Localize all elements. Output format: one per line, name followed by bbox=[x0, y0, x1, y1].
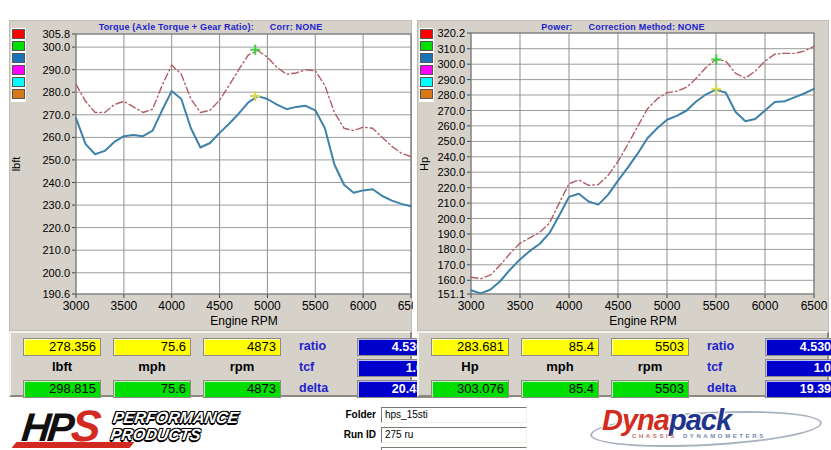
svg-text:280.0: 280.0 bbox=[42, 86, 70, 98]
corrected-power-value: 303.076 bbox=[431, 380, 509, 398]
dynapack-pack-text: pack bbox=[669, 404, 731, 436]
delta-value: 19.395 bbox=[765, 380, 831, 398]
ratio-value[interactable]: 4.5300 bbox=[765, 338, 831, 356]
svg-text:5000: 5000 bbox=[654, 299, 681, 313]
svg-text:270.0: 270.0 bbox=[42, 109, 70, 121]
svg-text:220.0: 220.0 bbox=[42, 222, 70, 234]
svg-text:180.0: 180.0 bbox=[437, 243, 465, 255]
legend-color-swatch bbox=[12, 53, 25, 63]
measured-rpm-value: 5503 bbox=[611, 338, 689, 356]
speed-unit-label: mph bbox=[113, 359, 191, 377]
folder-row: Folder bbox=[334, 405, 527, 423]
corrected-rpm-value: 5503 bbox=[611, 380, 689, 398]
svg-text:5500: 5500 bbox=[703, 299, 730, 313]
svg-text:4000: 4000 bbox=[158, 299, 185, 313]
legend-color-swatch bbox=[420, 89, 433, 99]
legend-color-swatch bbox=[12, 41, 25, 51]
folder-field[interactable] bbox=[381, 407, 527, 423]
hps-products-text: PRODUCTS bbox=[110, 426, 238, 443]
svg-text:4500: 4500 bbox=[206, 299, 233, 313]
power-unit-label: Hp bbox=[431, 359, 509, 377]
hps-performance-text: PERFORMANCE bbox=[112, 409, 240, 426]
hps-logo-text: PERFORMANCE PRODUCTS bbox=[110, 409, 240, 443]
delta-label: delta bbox=[293, 380, 345, 398]
date-row: Date bbox=[334, 445, 527, 450]
dynapack-dyna-text: Dyna bbox=[602, 404, 669, 436]
run-id-field[interactable] bbox=[381, 427, 527, 443]
measured-torque-value: 278.356 bbox=[23, 338, 101, 356]
dynapack-dynamometers-text: DYNAMOMETERS bbox=[683, 433, 766, 439]
run-id-label: Run ID bbox=[334, 429, 376, 440]
corrected-rpm-value: 4873 bbox=[203, 380, 281, 398]
ratio-label: ratio bbox=[293, 338, 345, 356]
svg-text:200.0: 200.0 bbox=[437, 213, 465, 225]
svg-text:260.0: 260.0 bbox=[437, 120, 465, 132]
svg-text:280.0: 280.0 bbox=[437, 89, 465, 101]
power-plot[interactable]: 320.2310.0300.0290.0280.0270.0260.0250.0… bbox=[418, 21, 830, 332]
hps-logo-mark: HPS bbox=[19, 401, 100, 450]
svg-text:6000: 6000 bbox=[752, 299, 779, 313]
svg-text:160.0: 160.0 bbox=[437, 274, 465, 286]
svg-text:290.0: 290.0 bbox=[42, 64, 70, 76]
svg-text:170.0: 170.0 bbox=[437, 259, 465, 271]
dynapack-logo: Dynapack CHASSISDYNAMOMETERS bbox=[588, 404, 828, 446]
svg-text:3000: 3000 bbox=[458, 299, 485, 313]
svg-text:3000: 3000 bbox=[63, 299, 90, 313]
svg-text:300.0: 300.0 bbox=[437, 58, 465, 70]
tcf-value[interactable]: 1.00 bbox=[765, 359, 831, 377]
svg-text:6500: 6500 bbox=[801, 299, 828, 313]
svg-text:310.0: 310.0 bbox=[437, 43, 465, 55]
svg-text:4500: 4500 bbox=[605, 299, 632, 313]
curve-color-legend bbox=[11, 28, 26, 102]
corrected-speed-value: 85.4 bbox=[521, 380, 599, 398]
svg-text:220.0: 220.0 bbox=[437, 182, 465, 194]
torque-plot[interactable]: 305.8300.0290.0280.0270.0260.0250.0240.0… bbox=[10, 21, 413, 332]
torque-unit-label: lbft bbox=[23, 359, 101, 377]
legend-color-swatch bbox=[12, 89, 25, 99]
delta-label: delta bbox=[701, 380, 753, 398]
dynapack-chassis-text: CHASSIS bbox=[632, 433, 677, 439]
dyno-software-window: Torque (Axle Torque + Gear Ratio):Corr: … bbox=[0, 0, 831, 450]
svg-text:Engine RPM: Engine RPM bbox=[609, 314, 676, 328]
run-id-row: Run ID bbox=[334, 425, 527, 443]
svg-text:250.0: 250.0 bbox=[437, 135, 465, 147]
svg-text:305.8: 305.8 bbox=[42, 28, 70, 40]
torque-readout-panel: 278.356 75.6 4873 ratio 4.5300 lbft mph … bbox=[9, 331, 412, 397]
svg-text:240.0: 240.0 bbox=[437, 151, 465, 163]
tcf-label: tcf bbox=[293, 359, 345, 377]
dynapack-subtitle: CHASSISDYNAMOMETERS bbox=[632, 433, 766, 439]
svg-text:300.0: 300.0 bbox=[42, 41, 70, 53]
legend-color-swatch bbox=[420, 29, 433, 39]
svg-text:Engine RPM: Engine RPM bbox=[210, 314, 277, 328]
svg-text:200.0: 200.0 bbox=[42, 267, 70, 279]
legend-color-swatch bbox=[420, 77, 433, 87]
svg-text:320.2: 320.2 bbox=[437, 27, 465, 39]
svg-text:230.0: 230.0 bbox=[42, 199, 70, 211]
measured-speed-value: 85.4 bbox=[521, 338, 599, 356]
svg-text:6000: 6000 bbox=[350, 299, 377, 313]
corrected-torque-value: 298.815 bbox=[23, 380, 101, 398]
corrected-speed-value: 75.6 bbox=[113, 380, 191, 398]
rpm-unit-label: rpm bbox=[611, 359, 689, 377]
legend-color-swatch bbox=[12, 77, 25, 87]
svg-text:250.0: 250.0 bbox=[42, 154, 70, 166]
svg-text:290.0: 290.0 bbox=[437, 74, 465, 86]
legend-color-swatch bbox=[12, 29, 25, 39]
svg-text:5000: 5000 bbox=[254, 299, 281, 313]
run-info-form: Folder Run ID Date bbox=[334, 405, 527, 450]
svg-text:4000: 4000 bbox=[556, 299, 583, 313]
svg-text:230.0: 230.0 bbox=[437, 166, 465, 178]
power-readout-panel: 283.681 85.4 5503 ratio 4.5300 Hp mph rp… bbox=[417, 331, 829, 397]
svg-text:190.0: 190.0 bbox=[437, 228, 465, 240]
rpm-unit-label: rpm bbox=[203, 359, 281, 377]
hps-logo: HPS PERFORMANCE PRODUCTS bbox=[22, 401, 237, 450]
speed-unit-label: mph bbox=[521, 359, 599, 377]
legend-color-swatch bbox=[420, 53, 433, 63]
svg-text:6500: 6500 bbox=[398, 299, 413, 313]
svg-text:270.0: 270.0 bbox=[437, 105, 465, 117]
ratio-label: ratio bbox=[701, 338, 753, 356]
svg-text:210.0: 210.0 bbox=[437, 197, 465, 209]
legend-color-swatch bbox=[12, 65, 25, 75]
svg-text:3500: 3500 bbox=[507, 299, 534, 313]
legend-color-swatch bbox=[420, 65, 433, 75]
